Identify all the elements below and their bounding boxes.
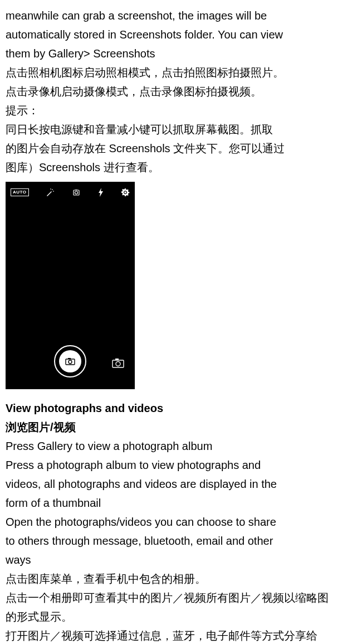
section-zh4: 打开图片／视频可选择通过信息，蓝牙，电子邮件等方式分享给 (6, 627, 346, 644)
section-p4: form of a thumbnail (6, 494, 346, 512)
section-p1: Press Gallery to view a photograph album (6, 437, 346, 455)
section-zh2: 点击一个相册即可查看其中的图片／视频所有图片／视频以缩略图 (6, 589, 346, 607)
section-heading-en: View photographs and videos (6, 399, 346, 417)
intro-line-1: meanwhile can grab a screenshot, the ima… (6, 7, 346, 25)
switch-camera-icon (72, 188, 81, 197)
camera-topbar: AUTO (6, 188, 134, 197)
section-zh3: 的形式显示。 (6, 608, 346, 626)
camera-app-screenshot: AUTO (6, 182, 135, 389)
section-zh1: 点击图库菜单，查看手机中包含的相册。 (6, 570, 346, 588)
intro-zh-6: 图库）Screenshols 进行查看。 (6, 158, 346, 176)
intro-zh-3: 提示： (6, 101, 346, 119)
intro-zh-1: 点击照相机图标启动照相模式，点击拍照图标拍摄照片。 (6, 64, 346, 81)
auto-mode-badge: AUTO (11, 188, 29, 197)
svg-point-3 (69, 360, 72, 364)
photo-mode-icon[interactable] (112, 355, 124, 373)
settings-gear-icon (121, 188, 130, 197)
svg-rect-7 (115, 359, 119, 360)
section-p5: Open the photographs/videos you can choo… (6, 513, 346, 531)
intro-zh-2: 点击录像机启动摄像模式，点击录像图标拍摄视频。 (6, 83, 346, 100)
svg-rect-0 (74, 190, 79, 195)
intro-zh-5: 的图片会自动存放在 Screenshols 文件夹下。您可以通过 (6, 139, 346, 157)
section-p7: ways (6, 551, 346, 569)
section-p6: to others through message, bluetooth, em… (6, 532, 346, 550)
flash-icon (98, 188, 104, 197)
svg-rect-4 (68, 358, 71, 359)
section-p3: videos, all photographs and videos are d… (6, 475, 346, 493)
section-heading-zh: 浏览图片/视频 (6, 418, 346, 436)
svg-point-6 (116, 362, 120, 366)
intro-zh-4: 同日长按电源键和音量减小键可以抓取屏幕截图。抓取 (6, 120, 346, 138)
section-p2: Press a photograph album to view photogr… (6, 456, 346, 474)
shutter-button[interactable] (54, 345, 86, 377)
svg-point-1 (75, 191, 78, 194)
magic-wand-icon (46, 188, 55, 197)
intro-line-3: them by Gallery> Screenshots (6, 45, 346, 62)
intro-line-2: automatically stored in Screenshots fold… (6, 26, 346, 43)
shutter-inner (59, 350, 81, 372)
camera-icon (65, 352, 75, 370)
